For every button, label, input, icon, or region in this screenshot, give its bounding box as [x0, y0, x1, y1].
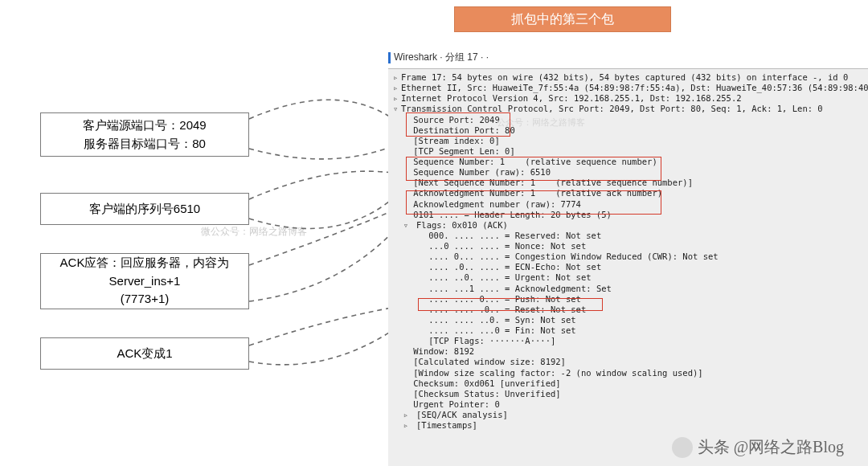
- packet-detail-panel: ▹Frame 17: 54 bytes on wire (432 bits), …: [388, 68, 868, 466]
- anno-ports-l1: 客户端源端口号：2049: [83, 117, 206, 135]
- row-calcwin: [Calculated window size: 8192]: [393, 357, 863, 367]
- row-acknum: Acknowledgment Number: 1 (relative ack n…: [393, 188, 863, 198]
- anno-seq-text: 客户端的序列号6510: [89, 200, 200, 219]
- watermark-panel: 公众号：网络之路博客: [497, 117, 585, 129]
- row-flag-cwr: .... 0... .... = Congestion Window Reduc…: [393, 251, 863, 262]
- anno-ackflag-text: ACK变成1: [117, 345, 172, 363]
- row-ackraw: Acknowledgment number (raw): 7774: [393, 199, 863, 210]
- row-flag-nonce: ...0 .... .... = Nonce: Not set: [393, 241, 863, 251]
- header-badge: 抓包中的第三个包: [454, 6, 671, 32]
- row-tcpflags: [TCP Flags: ·······A····]: [393, 336, 863, 346]
- row-streamidx: [Stream index: 0]: [393, 136, 863, 146]
- row-seglen: [TCP Segment Len: 0]: [393, 146, 863, 157]
- anno-ack-l2: Server_ins+1: [109, 272, 181, 291]
- avatar-icon: [672, 437, 693, 458]
- footer-text: 头条 @网络之路Blog: [698, 436, 844, 458]
- row-nextseq: [Next Sequence Number: 1 (relative seque…: [393, 178, 863, 188]
- row-flag-syn: .... .... ..0. = Syn: Not set: [393, 315, 863, 325]
- row-flag-reset: .... .... .0.. = Reset: Not set: [393, 305, 863, 315]
- collapse-icon[interactable]: ▿: [403, 220, 411, 231]
- annotation-ack-reply: ACK应答：回应服务器，内容为 Server_ins+1 (7773+1): [40, 253, 249, 309]
- anno-ack-l3: (7773+1): [121, 290, 169, 309]
- row-seqnum: Sequence Number: 1 (relative sequence nu…: [393, 157, 863, 167]
- row-flags[interactable]: ▿ Flags: 0x010 (ACK): [393, 220, 863, 231]
- annotation-ports: 客户端源端口号：2049 服务器目标端口号：80: [40, 112, 249, 157]
- anno-ports-l2: 服务器目标端口号：80: [84, 135, 206, 153]
- header-title: 抓包中的第三个包: [511, 11, 614, 28]
- row-flag-push: .... .... 0... = Push: Not set: [393, 294, 863, 305]
- expand-icon[interactable]: ▹: [393, 93, 401, 104]
- row-flag-ece: .... .0.. .... = ECN-Echo: Not set: [393, 262, 863, 272]
- annotation-seq: 客户端的序列号6510: [40, 193, 249, 225]
- expand-icon[interactable]: ▹: [393, 83, 401, 93]
- row-srcport: Source Port: 2049: [393, 115, 863, 125]
- wireshark-title-text: Wireshark · 分组 17 · ·: [394, 51, 489, 64]
- row-timestamps[interactable]: ▹ [Timestamps]: [393, 420, 863, 431]
- wireshark-title: Wireshark · 分组 17 · ·: [388, 51, 489, 64]
- row-window: Window: 8192: [393, 346, 863, 357]
- expand-icon[interactable]: ▹: [393, 72, 401, 83]
- row-ethernet[interactable]: ▹Ethernet II, Src: HuaweiTe_7f:55:4a (54…: [393, 83, 863, 93]
- row-tcp[interactable]: ▿Transmission Control Protocol, Src Port…: [393, 104, 863, 114]
- row-flag-reserved: 000. .... .... = Reserved: Not set: [393, 231, 863, 241]
- row-seqraw: Sequence Number (raw): 6510: [393, 167, 863, 178]
- row-urgptr: Urgent Pointer: 0: [393, 399, 863, 410]
- row-checksum: Checksum: 0xd061 [unverified]: [393, 378, 863, 389]
- expand-icon[interactable]: ▹: [403, 420, 411, 431]
- row-flag-urgent: .... ..0. .... = Urgent: Not set: [393, 272, 863, 283]
- row-hdrlen: 0101 .... = Header Length: 20 bytes (5): [393, 210, 863, 220]
- watermark-left: 微公众号：网络之路博客: [201, 225, 307, 239]
- row-seqack[interactable]: ▹ [SEQ/ACK analysis]: [393, 410, 863, 420]
- row-winscale: [Window size scaling factor: -2 (no wind…: [393, 368, 863, 378]
- row-flag-fin: .... .... ...0 = Fin: Not set: [393, 325, 863, 336]
- expand-icon[interactable]: ▹: [403, 410, 411, 420]
- anno-ack-l1: ACK应答：回应服务器，内容为: [60, 254, 230, 272]
- row-ip[interactable]: ▹Internet Protocol Version 4, Src: 192.1…: [393, 93, 863, 104]
- footer-watermark: 头条 @网络之路Blog: [672, 436, 844, 458]
- row-ckstatus: [Checksum Status: Unverified]: [393, 389, 863, 399]
- row-flag-ack: .... ...1 .... = Acknowledgment: Set: [393, 284, 863, 294]
- collapse-icon[interactable]: ▿: [393, 104, 401, 114]
- annotation-ack-flag: ACK变成1: [40, 337, 249, 370]
- row-frame[interactable]: ▹Frame 17: 54 bytes on wire (432 bits), …: [393, 72, 863, 83]
- row-dstport: Destination Port: 80: [393, 125, 863, 136]
